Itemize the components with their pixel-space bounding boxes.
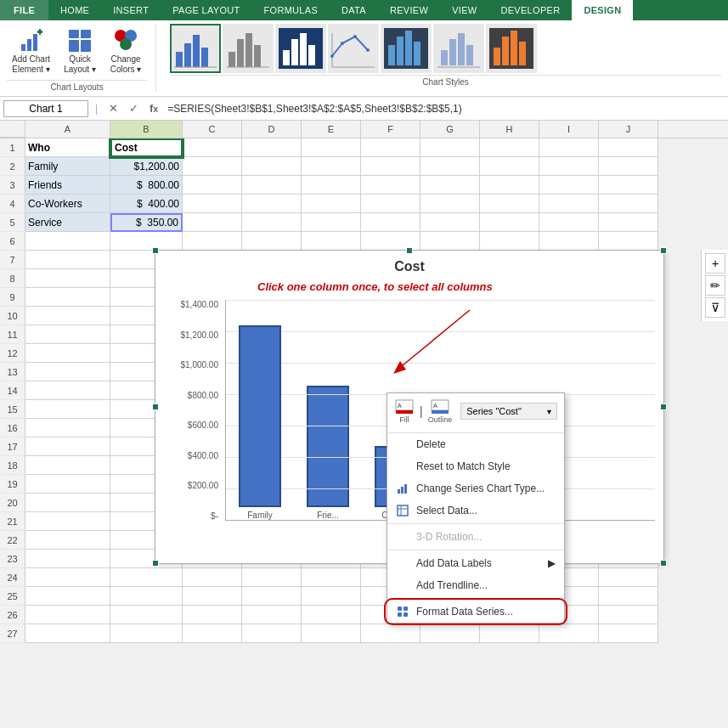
cell-d4[interactable]: [242, 195, 302, 213]
chart-style-6[interactable]: [433, 24, 484, 73]
cell-empty[interactable]: [110, 606, 183, 624]
cell-empty[interactable]: [25, 251, 110, 269]
tab-page-layout[interactable]: PAGE LAYOUT: [161, 0, 251, 20]
cell-empty[interactable]: [242, 587, 302, 606]
outline-button[interactable]: A Outline: [428, 398, 453, 424]
cell-empty[interactable]: [480, 232, 539, 251]
cell-h2[interactable]: [480, 157, 539, 176]
cell-i4[interactable]: [539, 195, 599, 213]
add-chart-element-button[interactable]: Add ChartElement ▾: [7, 24, 55, 78]
cell-c2[interactable]: [183, 157, 242, 176]
cell-empty[interactable]: [25, 531, 110, 550]
cell-g1[interactable]: [420, 138, 480, 157]
chart-style-7[interactable]: [486, 24, 537, 73]
change-colors-button[interactable]: ChangeColors ▾: [104, 24, 147, 78]
tab-home[interactable]: HOME: [48, 0, 101, 20]
cell-empty[interactable]: [599, 232, 658, 251]
right-panel-edit-button[interactable]: ✏: [705, 275, 725, 296]
cell-j5[interactable]: [599, 213, 658, 232]
cell-empty[interactable]: [480, 624, 539, 643]
cell-f5[interactable]: [361, 213, 420, 232]
cancel-formula-button[interactable]: ✕: [104, 100, 121, 117]
cell-empty[interactable]: [25, 400, 110, 419]
cell-empty[interactable]: [302, 587, 361, 606]
cell-empty[interactable]: [599, 568, 658, 587]
cell-empty[interactable]: [25, 232, 110, 251]
cell-c5[interactable]: [183, 213, 242, 232]
tab-view[interactable]: VIEW: [440, 0, 488, 20]
cell-empty[interactable]: [420, 232, 480, 251]
cell-empty[interactable]: [25, 307, 110, 325]
context-menu-add-trendline[interactable]: Add Trendline...: [387, 574, 564, 596]
cell-empty[interactable]: [25, 456, 110, 475]
cell-d5[interactable]: [242, 213, 302, 232]
col-header-h[interactable]: H: [480, 121, 539, 138]
cell-empty[interactable]: [25, 568, 110, 587]
cell-empty[interactable]: [183, 587, 242, 606]
cell-c1[interactable]: [183, 138, 242, 157]
right-panel-add-button[interactable]: +: [705, 253, 725, 274]
cell-empty[interactable]: [242, 568, 302, 587]
cell-empty[interactable]: [110, 568, 183, 587]
context-menu-delete[interactable]: Delete: [387, 433, 564, 455]
tab-developer[interactable]: DEVELOPER: [488, 0, 572, 20]
cell-empty[interactable]: [25, 512, 110, 531]
insert-function-button[interactable]: fx: [145, 100, 162, 117]
cell-empty[interactable]: [25, 550, 110, 568]
cell-a3[interactable]: Friends: [25, 176, 110, 195]
cell-b3[interactable]: $ 800.00: [110, 176, 183, 195]
cell-i2[interactable]: [539, 157, 599, 176]
cell-empty[interactable]: [25, 624, 110, 643]
cell-empty[interactable]: [25, 363, 110, 381]
cell-j4[interactable]: [599, 195, 658, 213]
cell-d3[interactable]: [242, 176, 302, 195]
cell-empty[interactable]: [25, 587, 110, 606]
cell-h1[interactable]: [480, 138, 539, 157]
chart-style-4[interactable]: [328, 24, 379, 73]
cell-d1[interactable]: [242, 138, 302, 157]
cell-e5[interactable]: [302, 213, 361, 232]
context-menu-select-data[interactable]: Select Data...: [387, 499, 564, 522]
cell-h4[interactable]: [480, 195, 539, 213]
col-header-j[interactable]: J: [599, 121, 658, 138]
cell-empty[interactable]: [25, 344, 110, 363]
tab-formulas[interactable]: FORMULAS: [252, 0, 330, 20]
formula-input[interactable]: [166, 101, 725, 116]
right-panel-filter-button[interactable]: ⊽: [705, 297, 725, 318]
col-header-g[interactable]: G: [420, 121, 480, 138]
context-menu-format-series[interactable]: Format Data Series...: [387, 601, 564, 623]
cell-empty[interactable]: [302, 232, 361, 251]
col-header-b[interactable]: B: [110, 121, 183, 138]
cell-j3[interactable]: [599, 176, 658, 195]
cell-c4[interactable]: [183, 195, 242, 213]
context-menu-change-type[interactable]: Change Series Chart Type...: [387, 477, 564, 499]
cell-empty[interactable]: [420, 624, 480, 643]
col-header-f[interactable]: F: [361, 121, 420, 138]
cell-i5[interactable]: [539, 213, 599, 232]
cell-empty[interactable]: [25, 475, 110, 494]
cell-g4[interactable]: [420, 195, 480, 213]
tab-data[interactable]: DATA: [330, 0, 378, 20]
cell-b1[interactable]: Cost: [110, 138, 183, 157]
series-dropdown[interactable]: Series "Cost" ▾: [460, 403, 557, 420]
tab-review[interactable]: REVIEW: [378, 0, 440, 20]
cell-empty[interactable]: [25, 494, 110, 512]
chart-style-2[interactable]: [223, 24, 274, 73]
bar-friends[interactable]: [307, 386, 349, 507]
cell-j2[interactable]: [599, 157, 658, 176]
confirm-formula-button[interactable]: ✓: [125, 100, 142, 117]
cell-empty[interactable]: [242, 232, 302, 251]
col-header-d[interactable]: D: [242, 121, 302, 138]
cell-g3[interactable]: [420, 176, 480, 195]
col-header-a[interactable]: A: [25, 121, 110, 138]
cell-c3[interactable]: [183, 176, 242, 195]
cell-empty[interactable]: [302, 568, 361, 587]
col-header-e[interactable]: E: [302, 121, 361, 138]
bar-group-friends[interactable]: Frie...: [307, 386, 349, 520]
cell-empty[interactable]: [302, 624, 361, 643]
cell-h3[interactable]: [480, 176, 539, 195]
tab-file[interactable]: FILE: [0, 0, 48, 20]
cell-empty[interactable]: [539, 624, 599, 643]
context-menu-add-labels[interactable]: Add Data Labels ▶: [387, 552, 564, 574]
chart-style-1[interactable]: [170, 24, 221, 73]
